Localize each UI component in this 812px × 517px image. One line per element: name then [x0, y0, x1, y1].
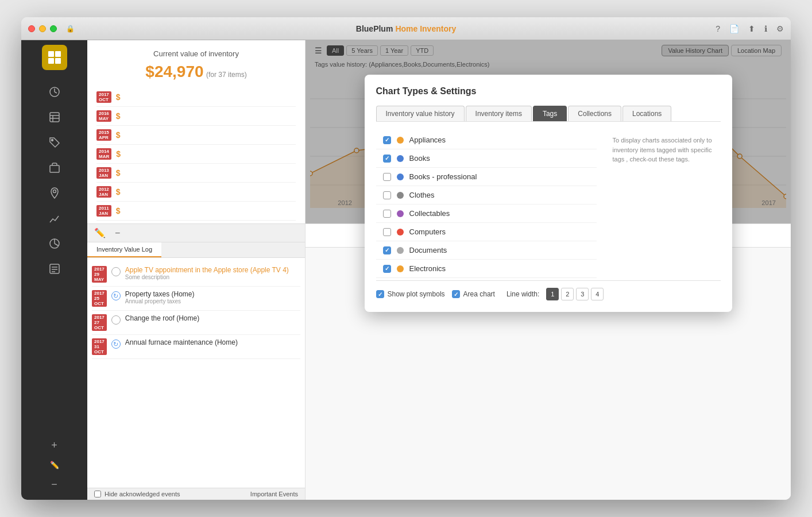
event-status-circle-roof: [111, 315, 121, 325]
event-details: Apple TV appointment in the Apple store …: [125, 266, 300, 280]
tab-locations[interactable]: Locations: [622, 106, 671, 121]
modal-title: Chart Types & Settings: [376, 86, 721, 97]
svg-point-9: [51, 140, 53, 141]
chart-settings-modal: Chart Types & Settings Inventory value h…: [365, 75, 732, 312]
line-width-2-button[interactable]: 2: [561, 288, 574, 300]
sidebar-item-collections[interactable]: [21, 155, 87, 180]
svg-rect-5: [50, 113, 59, 122]
event-status-circle: [111, 267, 121, 276]
line-width-3-button[interactable]: 3: [576, 288, 589, 300]
dashboard-icon: [47, 84, 63, 100]
svg-rect-0: [48, 51, 54, 57]
content-area: Current value of inventory $24,970 (for …: [87, 40, 791, 500]
line-width-1-button[interactable]: 1: [546, 288, 559, 300]
minimize-button[interactable]: [39, 25, 46, 32]
event-item-furnace: 201731OCT ↻ Annual furnace maintenance (…: [92, 335, 300, 359]
fullscreen-button[interactable]: [50, 25, 57, 32]
event-details: Change the roof (Home): [125, 314, 300, 322]
event-item-change-roof: 201727OCT Change the roof (Home): [92, 311, 300, 335]
tag-checkbox-clothes[interactable]: [383, 191, 391, 199]
edit-button[interactable]: ✏️: [48, 458, 61, 472]
minus-toolbar-button[interactable]: −: [113, 227, 122, 240]
tag-label-books: Books: [409, 154, 590, 163]
tag-checkbox-collectables[interactable]: [383, 210, 391, 218]
show-plot-symbols-checkbox[interactable]: [376, 290, 384, 298]
line-width-4-button[interactable]: 4: [591, 288, 604, 300]
minus-button[interactable]: −: [49, 476, 60, 493]
tab-inventory-value-history[interactable]: Inventory value history: [376, 106, 465, 121]
tag-label-electronics: Electronics: [409, 264, 590, 273]
tab-collections[interactable]: Collections: [568, 106, 621, 121]
tag-row-collectables: Collectables: [376, 205, 597, 223]
inventory-value: $24,970: [145, 63, 203, 80]
main-window: 🔒 BluePlum Home Inventory ? 📄 ⬆ ℹ ⚙: [21, 17, 791, 500]
tab-inventory-value-log[interactable]: Inventory Value Log: [87, 242, 161, 257]
timeline-item: 2013JAN $: [96, 164, 296, 183]
help-icon[interactable]: ?: [716, 24, 720, 33]
chart-icon: [47, 210, 63, 226]
event-status-recurring: ↻: [111, 291, 121, 300]
tag-row-appliances: Appliances: [376, 131, 597, 149]
year-badge: 2014MAR: [96, 148, 111, 160]
top-panel: Current value of inventory $24,970 (for …: [87, 40, 791, 224]
event-details: Annual furnace maintenance (Home): [125, 338, 300, 346]
tag-label-documents: Documents: [409, 246, 590, 254]
info-icon[interactable]: ℹ: [764, 24, 767, 33]
sidebar-item-dashboard[interactable]: [21, 79, 87, 105]
tag-checkbox-electronics[interactable]: [383, 265, 391, 273]
hide-acknowledged-checkbox[interactable]: [94, 491, 101, 497]
area-chart-checkbox[interactable]: [452, 290, 460, 298]
sidebar: + ✏️ −: [21, 40, 87, 500]
timeline-item: 2017OCT $: [96, 88, 296, 107]
edit-toolbar-button[interactable]: ✏️: [92, 226, 108, 240]
tag-row-books-professional: Books - professional: [376, 168, 597, 186]
tag-checkbox-books-professional[interactable]: [383, 173, 391, 181]
tab-tags[interactable]: Tags: [533, 106, 567, 121]
titlebar: 🔒 BluePlum Home Inventory ? 📄 ⬆ ℹ ⚙: [21, 17, 791, 40]
event-status-recurring-furnace: ↻: [111, 339, 121, 349]
tab-inventory-items[interactable]: Inventory items: [466, 106, 532, 121]
events-list: 201729MAY Apple TV appointment in the Ap…: [87, 258, 305, 488]
event-subtitle-property-taxes: Annual property taxes: [125, 298, 300, 304]
event-date-2017-oct-27: 201727OCT: [92, 314, 107, 331]
timeline-value: $: [116, 187, 121, 196]
tag-checkbox-appliances[interactable]: [383, 136, 391, 144]
tag-dot-computers: [397, 229, 404, 236]
sidebar-logo[interactable]: [42, 45, 67, 70]
share-icon[interactable]: ⬆: [748, 24, 755, 33]
tag-dot-documents: [397, 247, 404, 254]
sidebar-item-list[interactable]: [21, 256, 87, 281]
tag-checkbox-computers[interactable]: [383, 228, 391, 236]
tag-label-appliances: Appliances: [409, 136, 590, 144]
area-chart-label: Area chart: [463, 290, 495, 298]
document-icon[interactable]: 📄: [729, 24, 739, 33]
sidebar-item-location[interactable]: [21, 180, 87, 206]
bottom-footer: Hide acknowledged events Important Event…: [87, 488, 305, 500]
line-width-buttons: 1 2 3 4: [546, 288, 604, 300]
settings-icon[interactable]: ⚙: [776, 24, 784, 33]
svg-rect-1: [55, 51, 61, 57]
tag-label-clothes: Clothes: [409, 191, 590, 199]
location-icon: [47, 185, 63, 201]
sidebar-item-tags[interactable]: [21, 130, 87, 155]
timeline-value: $: [116, 168, 121, 178]
app-name-orange: Home Inventory: [395, 24, 456, 33]
sidebar-item-pie[interactable]: [21, 231, 87, 256]
timeline-value: $: [116, 149, 121, 159]
year-badge: 2016MAY: [96, 110, 111, 122]
tag-checkbox-books[interactable]: [383, 155, 391, 163]
event-title-furnace: Annual furnace maintenance (Home): [125, 338, 300, 346]
bottom-left-panel: ✏️ − Inventory Value Log 201729MAY Apple…: [87, 224, 306, 500]
sidebar-item-chart[interactable]: [21, 206, 87, 231]
timeline-value: $: [116, 206, 121, 215]
tags-icon: [47, 134, 63, 151]
add-button[interactable]: +: [49, 437, 60, 454]
area-chart-control: Area chart: [452, 290, 495, 298]
tag-row-clothes: Clothes: [376, 186, 597, 205]
timeline-item: 2015APR $: [96, 126, 296, 145]
show-plot-symbols-control: Show plot symbols: [376, 290, 445, 298]
lock-icon: 🔒: [66, 25, 75, 33]
close-button[interactable]: [28, 25, 35, 32]
tag-checkbox-documents[interactable]: [383, 246, 391, 254]
sidebar-item-items[interactable]: [21, 105, 87, 130]
